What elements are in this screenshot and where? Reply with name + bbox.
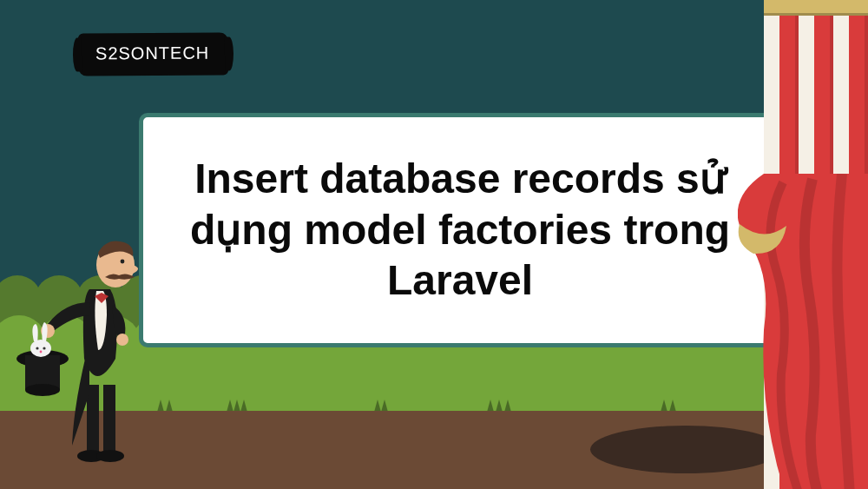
svg-point-12 [36,347,38,349]
svg-point-14 [40,351,43,354]
card-title: Insert database records sử dụng model fa… [169,154,751,307]
title-card: Insert database records sử dụng model fa… [139,113,781,347]
svg-rect-1 [103,385,115,453]
curtain-rod [764,0,868,16]
svg-point-11 [30,340,51,357]
logo-text: S2SONTECH [95,43,209,63]
svg-point-7 [121,260,125,264]
svg-point-10 [25,384,60,396]
svg-point-13 [43,347,45,349]
svg-point-5 [116,334,128,346]
svg-point-3 [96,450,124,462]
curtain-drape [738,174,868,489]
logo-brushstroke: S2SONTECH [78,32,229,76]
